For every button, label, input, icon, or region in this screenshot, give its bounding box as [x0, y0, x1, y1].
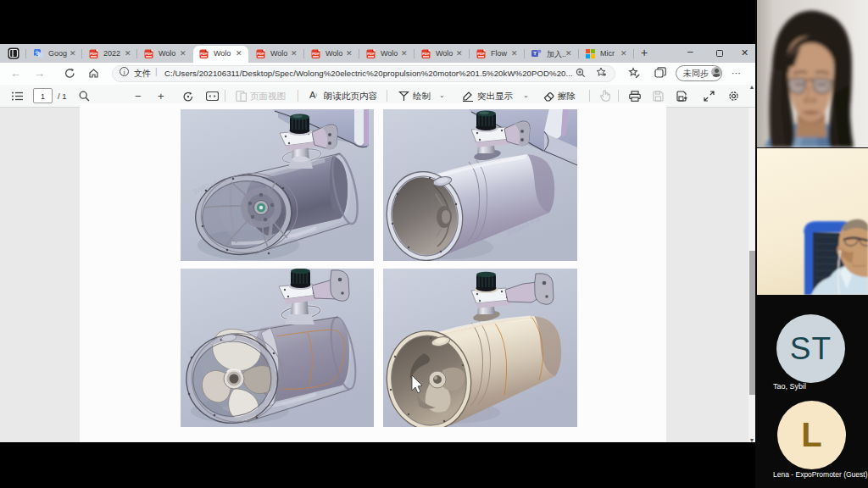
svg-text:PDF: PDF — [200, 52, 208, 56]
svg-text:PDF: PDF — [422, 52, 430, 56]
svg-text:PDF: PDF — [90, 52, 97, 56]
svg-text:T: T — [533, 51, 537, 56]
svg-text:文: 文 — [35, 50, 41, 56]
svg-text:PDF: PDF — [367, 52, 375, 56]
svg-text:PDF: PDF — [312, 52, 320, 56]
svg-text:PDF: PDF — [145, 52, 153, 56]
svg-text:PDF: PDF — [257, 52, 264, 56]
svg-text:PDF: PDF — [477, 52, 485, 56]
